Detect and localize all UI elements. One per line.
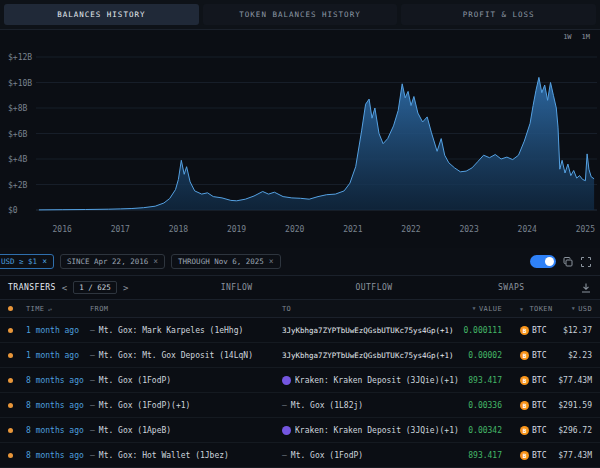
btc-icon: B	[520, 376, 529, 385]
through-filter-chip[interactable]: THROUGH Nov 6, 2025 ×	[171, 254, 281, 269]
tab-token-balances-history[interactable]: TOKEN BALANCES HISTORY	[203, 4, 398, 25]
transfer-token[interactable]: BBTC	[512, 376, 556, 385]
transfer-from-link[interactable]: –Mt. Gox (1FodP)(+1)	[84, 401, 274, 410]
transfer-time-link[interactable]: 1 month ago	[20, 326, 84, 335]
transfer-from-link[interactable]: –Mt. Gox: Hot Wallet (1Jbez)	[84, 451, 274, 460]
transfer-to-link[interactable]: –Mt. Gox (1L82j)	[274, 401, 460, 410]
top-tab-bar: BALANCES HISTORY TOKEN BALANCES HISTORY …	[0, 0, 600, 30]
transfer-time-link[interactable]: 1 month ago	[20, 351, 84, 360]
transfer-row[interactable]: 8 months ago–Mt. Gox (1ApeB)Kraken: Krak…	[0, 418, 600, 443]
transfer-to-link[interactable]: 3JyKbhga7ZYPTbUwEzQGsbUTUKc75ys4Gp(+1)	[274, 326, 460, 335]
svg-text:$+12B: $+12B	[8, 53, 32, 62]
entity-dash-icon: –	[282, 451, 287, 460]
transfer-to-link[interactable]: –Mt. Gox (1FodP)	[274, 451, 460, 460]
filter-caret-icon: ▼	[572, 305, 575, 313]
tab-profit-loss[interactable]: PROFIT & LOSS	[401, 4, 596, 25]
tab-inflow[interactable]: INFLOW	[168, 283, 305, 292]
svg-text:$+8B: $+8B	[8, 104, 27, 113]
balance-history-chart[interactable]: $0$+2B$+4B$+6B$+8B$+10B$+12B 20162017201…	[0, 30, 600, 248]
transfer-token[interactable]: BBTC	[512, 326, 556, 335]
direction-cell	[0, 403, 20, 408]
transfer-time-link[interactable]: 8 months ago	[20, 451, 84, 460]
transfer-from-link[interactable]: –Mt. Gox: Mark Karpeles (1eHhg)	[84, 326, 274, 335]
chart-range-controls: 1W 1M	[563, 33, 590, 41]
column-header-token[interactable]: ▼TOKEN	[512, 305, 556, 313]
direction-dot-icon	[8, 378, 13, 383]
transfer-row[interactable]: 8 months ago–Mt. Gox (1FodP)Kraken: Krak…	[0, 368, 600, 393]
direction-dot-icon	[8, 353, 13, 358]
transfer-row[interactable]: 1 month ago–Mt. Gox: Mt. Gox Deposit (14…	[0, 343, 600, 368]
direction-cell	[0, 353, 20, 358]
transfer-usd-value: $2.23	[556, 351, 600, 360]
tab-swaps[interactable]: SWAPS	[443, 283, 580, 292]
page-indicator: 1 / 625	[73, 281, 117, 294]
column-header-usd[interactable]: ▼USD	[556, 305, 600, 313]
entity-dash-icon: –	[90, 376, 95, 385]
range-1m-button[interactable]: 1M	[582, 33, 590, 41]
transfer-row[interactable]: 8 months ago–Mt. Gox (1FodP)(+1)–Mt. Gox…	[0, 393, 600, 418]
btc-icon: B	[520, 326, 529, 335]
direction-dot-icon	[8, 453, 13, 458]
svg-text:2022: 2022	[401, 225, 420, 234]
svg-text:$+6B: $+6B	[8, 130, 27, 139]
transfer-row[interactable]: 8 months ago–Mt. Gox: Hot Wallet (1Jbez)…	[0, 443, 600, 468]
svg-text:2023: 2023	[459, 225, 478, 234]
transfer-usd-value: $77.43M	[556, 451, 600, 460]
copy-icon[interactable]	[562, 256, 574, 268]
column-header-time[interactable]: TIME▴▾	[20, 305, 84, 313]
prev-page-button[interactable]: <	[62, 283, 67, 293]
direction-column-header	[0, 306, 20, 311]
next-page-button[interactable]: >	[123, 283, 128, 293]
transfer-time-link[interactable]: 8 months ago	[20, 376, 84, 385]
transfer-time-link[interactable]: 8 months ago	[20, 426, 84, 435]
transfer-usd-value: $296.72	[556, 426, 600, 435]
tab-transfers[interactable]: TRANSFERS	[8, 283, 56, 292]
remove-usd-filter-icon[interactable]: ×	[42, 257, 47, 266]
direction-cell	[0, 428, 20, 433]
transfer-usd-value: $12.37	[556, 326, 600, 335]
transfer-time-link[interactable]: 8 months ago	[20, 401, 84, 410]
chart-toggle-switch[interactable]	[530, 255, 556, 268]
column-header-value[interactable]: ▼VALUE	[460, 305, 512, 313]
transfer-token[interactable]: BBTC	[512, 451, 556, 460]
tab-outflow[interactable]: OUTFLOW	[305, 283, 442, 292]
direction-dot-icon	[8, 306, 13, 311]
transfer-value: 893.417	[460, 376, 512, 385]
since-filter-chip[interactable]: SINCE Apr 22, 2016 ×	[60, 254, 165, 269]
transfer-from-link[interactable]: –Mt. Gox: Mt. Gox Deposit (14LqN)	[84, 351, 274, 360]
transfer-to-link[interactable]: 3JyKbhga7ZYPTbUwEzQGsbUTUKc75ys4Gp(+1)	[274, 351, 460, 360]
usd-filter-chip[interactable]: USD ≥ $1 ×	[0, 254, 54, 269]
transfer-token[interactable]: BBTC	[512, 426, 556, 435]
transfer-token[interactable]: BBTC	[512, 401, 556, 410]
direction-dot-icon	[8, 403, 13, 408]
transfer-token[interactable]: BBTC	[512, 351, 556, 360]
column-header-to[interactable]: TO	[274, 305, 460, 313]
kraken-icon	[282, 426, 291, 435]
entity-dash-icon: –	[90, 326, 95, 335]
transfers-tab-bar: TRANSFERS < 1 / 625 > INFLOW OUTFLOW SWA…	[0, 276, 600, 300]
direction-dot-icon	[8, 428, 13, 433]
expand-icon[interactable]	[580, 256, 592, 268]
column-header-from[interactable]: FROM	[84, 305, 274, 313]
transfer-value: 0.000111	[460, 326, 512, 335]
tab-balances-history[interactable]: BALANCES HISTORY	[4, 4, 199, 25]
chart-area-fill	[39, 77, 594, 210]
kraken-icon	[282, 376, 291, 385]
entity-dash-icon: –	[90, 451, 95, 460]
since-filter-label: SINCE Apr 22, 2016	[67, 257, 148, 266]
transfer-usd-value: $291.59	[556, 401, 600, 410]
download-icon[interactable]	[580, 282, 592, 294]
transfer-from-link[interactable]: –Mt. Gox (1FodP)	[84, 376, 274, 385]
sort-icon: ▴▾	[47, 306, 51, 312]
transfer-to-link[interactable]: Kraken: Kraken Deposit (3JQie)(+1)	[274, 426, 460, 435]
transfer-to-link[interactable]: Kraken: Kraken Deposit (3JQie)(+1)	[274, 376, 460, 385]
transfer-row[interactable]: 1 month ago–Mt. Gox: Mark Karpeles (1eHh…	[0, 318, 600, 343]
through-filter-label: THROUGH Nov 6, 2025	[178, 257, 264, 266]
direction-cell	[0, 453, 20, 458]
transfer-from-link[interactable]: –Mt. Gox (1ApeB)	[84, 426, 274, 435]
svg-text:2017: 2017	[111, 225, 130, 234]
remove-through-filter-icon[interactable]: ×	[269, 257, 274, 266]
remove-since-filter-icon[interactable]: ×	[153, 257, 158, 266]
direction-cell	[0, 378, 20, 383]
range-1w-button[interactable]: 1W	[563, 33, 571, 41]
